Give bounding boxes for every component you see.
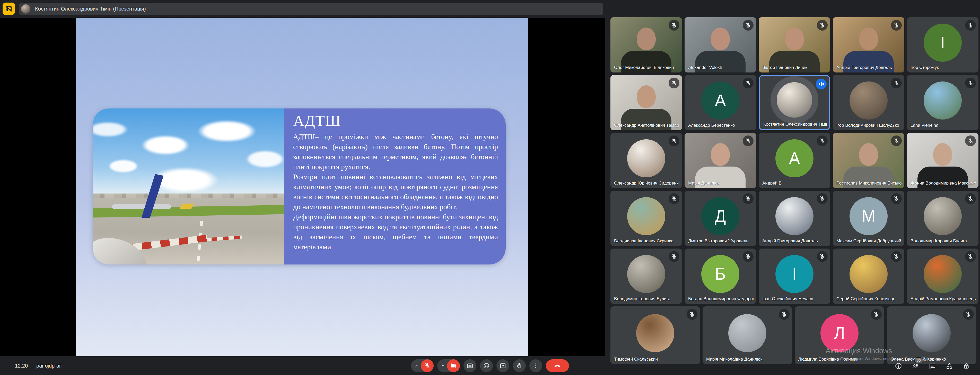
chevron-up-icon[interactable] [412, 359, 421, 372]
participant-tile[interactable]: ААлександр Берестенко [684, 75, 756, 130]
participant-tile[interactable]: Олег Миколайович Білякович [611, 17, 682, 73]
people-button[interactable]: 30 [910, 360, 921, 372]
end-call-button[interactable] [546, 359, 569, 372]
participant-name: Володимир Ігорович Булига [614, 296, 670, 302]
photo-avatar [775, 197, 813, 235]
more-options-button[interactable] [530, 359, 542, 372]
slideshow-off-icon[interactable] [3, 3, 15, 15]
participant-name: Андрій Романович Красиловець [910, 296, 976, 302]
participant-name: Олег Миколайович Білякович [614, 65, 674, 70]
slide-content-block: АДТШ АДТШ– це проміжки між частинами бет… [93, 108, 506, 264]
speaking-halo [770, 76, 818, 123]
participant-tile[interactable]: ІІван Олексійович Нечаєв [759, 248, 830, 304]
mic-off-icon [891, 78, 902, 89]
participant-tile[interactable]: Олена Василівна Харченко [887, 306, 977, 364]
participant-tile[interactable]: Тимофей Скальський [611, 306, 700, 364]
present-screen-button[interactable] [496, 359, 509, 372]
participant-tile[interactable]: ІІгор Сторожук [907, 17, 978, 73]
mic-off-icon [668, 78, 679, 89]
google-meet-window: АДТШ АДТШ– це проміжки між частинами бет… [0, 0, 980, 375]
mic-off-icon [963, 309, 974, 320]
participant-tile[interactable]: Володимир Ігорович Булига [907, 191, 978, 246]
videocam-off-icon[interactable] [447, 359, 460, 372]
mic-off-icon [743, 78, 754, 89]
photo-avatar [777, 82, 812, 117]
participant-tile[interactable]: Володимир Ігорович Булига [611, 248, 682, 304]
participant-name: Віктор Іванович Личик [762, 65, 807, 70]
participant-tile[interactable]: ББогдан Володимирович Федоров [684, 248, 756, 304]
mic-off-icon [668, 20, 679, 31]
horizon-buildings [93, 193, 285, 198]
participant-tile[interactable]: Андрій Григорович Довгаль [759, 191, 830, 246]
participant-tile[interactable]: Віктор Іванович Личик [759, 17, 830, 73]
participant-tile[interactable]: Владислав Іванович Скрипка [611, 191, 682, 246]
letter-avatar: М [850, 197, 888, 235]
participant-tile[interactable]: Ростислав Миколайович Бисько [833, 133, 904, 188]
photo-avatar [850, 255, 888, 293]
participant-tile[interactable]: Марія Миколаївна Данилюк [703, 306, 792, 364]
participant-name: Марія Миколаївна Данилюк [706, 357, 762, 362]
participant-tile[interactable]: ЛЛюдмила Борисівна Приймак [795, 306, 884, 364]
participant-name: Андрій Григорович Довгаль [762, 239, 818, 244]
participant-name: Ігор Володимирович Шолудько [837, 123, 899, 128]
photo-avatar [913, 314, 951, 352]
participant-tile[interactable]: Жанна Володимирівна Максимович [907, 133, 978, 188]
participant-tile[interactable]: Ігор Володимирович Шолудько [833, 75, 904, 130]
participant-name: Андрей В [762, 181, 781, 186]
slide-text-panel: АДТШ АДТШ– це проміжки між частинами бет… [285, 108, 506, 264]
participant-tile[interactable]: ААндрей В [759, 133, 830, 188]
chat-button[interactable] [927, 360, 938, 372]
person-head [637, 27, 656, 50]
letter-avatar: І [924, 24, 962, 62]
mic-off-icon [687, 309, 697, 320]
host-controls-button[interactable] [961, 360, 972, 372]
videocam-off-button[interactable] [437, 359, 460, 372]
participant-tile[interactable]: Alexander Volokh [684, 17, 756, 73]
mic-off-icon [817, 251, 828, 262]
participant-tile[interactable]: Олександр Юрійович Сидоренко [611, 133, 682, 188]
participant-tile[interactable]: Андрій Романович Красиловець [907, 248, 978, 304]
mic-off-button[interactable] [411, 359, 434, 372]
info-button[interactable] [893, 360, 904, 372]
participant-tile[interactable]: Андрій Григорович Довгаль [833, 17, 904, 73]
presenter-chip[interactable]: Костянтин Олександрович Тімін (Презентац… [19, 3, 603, 15]
participant-name: Марія Данилюк [688, 181, 719, 186]
letter-avatar: А [775, 139, 813, 177]
participant-tile[interactable]: Костянтин Олександрович Тімін [759, 75, 830, 130]
airport-photo [93, 108, 285, 264]
chevron-up-icon[interactable] [439, 359, 447, 372]
mic-off-icon [891, 193, 902, 204]
participant-tile[interactable]: Сергій Сергійович Коломієць [833, 248, 904, 304]
mic-off-icon [668, 193, 679, 204]
participant-name: Ростислав Миколайович Бисько [837, 181, 902, 186]
raise-hand-button[interactable] [513, 359, 526, 372]
presenter-avatar [21, 5, 30, 14]
svg-text:CC: CC [468, 365, 472, 367]
captions-button[interactable]: CC [463, 359, 476, 372]
participant-name: Сергій Сергійович Коломієць [837, 296, 895, 302]
photo-avatar [850, 81, 888, 120]
mic-off-icon [891, 136, 902, 146]
participant-name: Максим Сергійович Добруцький [837, 239, 901, 244]
reactions-button[interactable] [480, 359, 493, 372]
mic-off-icon [965, 20, 976, 31]
airplane-wing [93, 235, 149, 264]
photo-avatar [924, 255, 962, 293]
participant-name: Костянтин Олександрович Тімін [763, 122, 827, 127]
mic-off-icon [743, 20, 754, 31]
activities-button[interactable] [944, 360, 955, 372]
mic-off-icon [743, 193, 754, 204]
participant-tile[interactable]: Олександр Анатолійович Тамарга... [611, 75, 682, 130]
participant-tile[interactable]: ДДмитро Вікторович Журавель [684, 191, 756, 246]
participant-tile[interactable]: Lana Vierieina [907, 75, 978, 130]
letter-avatar: Л [821, 314, 859, 352]
participant-tile[interactable]: ММаксим Сергійович Добруцький [833, 191, 904, 246]
mic-off-icon[interactable] [421, 359, 434, 372]
person-head [637, 85, 656, 108]
presentation-stage: АДТШ АДТШ– це проміжки між частинами бет… [0, 18, 605, 356]
clock: 12:20 [15, 363, 28, 369]
participant-name: Андрій Григорович Довгаль [837, 65, 892, 70]
mic-off-icon [817, 20, 828, 31]
participant-tile[interactable]: Марія Данилюк [684, 133, 756, 188]
participant-name: Володимир Ігорович Булига [910, 239, 967, 244]
